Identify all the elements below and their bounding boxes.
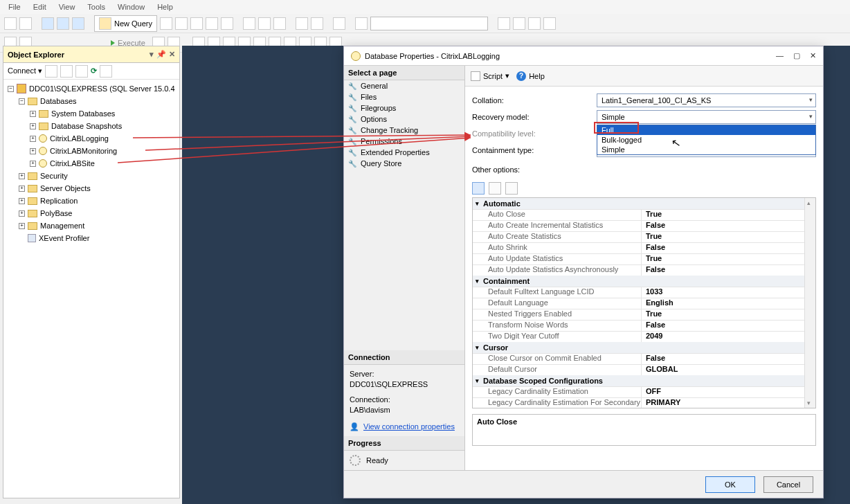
serverobjects-node[interactable]: Server Objects [40,184,91,192]
expand-icon[interactable]: + [19,198,25,204]
connect-dropdown[interactable]: Connect ▾ [8,66,42,75]
menu-help[interactable]: Help [152,1,179,12]
xevent-node[interactable]: XEvent Profiler [39,234,89,242]
undo-icon[interactable] [296,17,308,30]
dax-icon[interactable] [221,17,233,30]
server-node[interactable]: DDC01\SQLEXPRESS (SQL Server 15.0.4 [29,84,175,93]
page-options[interactable]: 🔧Options [344,114,464,125]
expand-icon[interactable]: + [19,223,25,229]
management-node[interactable]: Management [40,222,84,230]
ok-button[interactable]: OK [705,476,755,493]
menu-window[interactable]: Window [112,1,150,12]
view-connection-link[interactable]: View connection properties [363,422,455,432]
chevron-down-icon[interactable]: ▾ [476,377,479,384]
recovery-option-full[interactable]: Full [597,125,815,135]
prop-value[interactable]: False [641,321,804,331]
prop-pages-icon[interactable] [505,182,518,195]
prop-value[interactable]: GLOBAL [641,365,804,375]
activity2-icon[interactable] [100,65,112,78]
db-citrixlabmonitoring[interactable]: CitrixLABMonitoring [50,147,117,155]
recovery-select[interactable]: Simple [597,110,816,124]
minimize-button[interactable]: — [776,51,784,60]
disconnect-icon[interactable] [45,65,57,78]
prop-value[interactable]: False [641,243,804,253]
prop-value[interactable]: True [641,232,804,242]
new-query-button[interactable]: New Query [94,15,157,32]
page-general[interactable]: 🔧General [344,80,464,91]
collation-select[interactable]: Latin1_General_100_CI_AS_KS [597,93,816,107]
database-combo[interactable] [370,17,488,30]
menu-bar[interactable]: File Edit View Tools Window Help [0,0,850,14]
register-icon[interactable] [498,17,510,30]
help-button[interactable]: ?Help [516,71,545,81]
prop-value[interactable]: True [641,254,804,264]
expand-icon[interactable]: + [19,173,25,179]
expand-icon[interactable]: + [19,186,25,192]
saveall-icon[interactable] [72,17,84,30]
alphabetical-icon[interactable] [489,182,501,195]
wrench-icon[interactable] [513,17,525,30]
maximize-button[interactable]: ▢ [793,51,800,60]
activity-icon[interactable] [333,17,345,30]
snapshots-node[interactable]: Database Snapshots [51,122,122,130]
dropdown-icon[interactable]: ▾ [150,50,154,59]
expand-icon[interactable]: + [19,210,25,217]
recovery-option-simple[interactable]: Simple [597,145,815,154]
recovery-option-bulklogged[interactable]: Bulk-logged [597,135,815,145]
win-icon[interactable] [543,17,556,30]
dmx-icon[interactable] [190,17,203,30]
cancel-button[interactable]: Cancel [763,476,813,493]
pin-icon[interactable]: 📌 [156,50,166,59]
script-button[interactable]: Script ▾ [471,71,509,81]
security-node[interactable]: Security [40,172,68,180]
stop-connect-icon[interactable] [60,65,73,78]
open-icon[interactable] [42,17,54,30]
menu-edit[interactable]: Edit [28,1,52,12]
polybase-node[interactable]: PolyBase [40,209,72,217]
nav-fwd-icon[interactable] [19,17,32,30]
databases-node[interactable]: Databases [40,97,77,105]
recovery-dropdown[interactable]: Full Bulk-logged Simple [597,125,816,155]
page-query-store[interactable]: 🔧Query Store [344,158,464,169]
menu-view[interactable]: View [53,1,81,12]
refresh-icon[interactable]: ⟳ [91,66,97,75]
redo-icon[interactable] [311,17,323,30]
menu-file[interactable]: File [3,1,26,12]
prop-value[interactable]: 1033 [641,287,804,298]
expand-icon[interactable]: + [30,148,36,154]
close-icon[interactable]: ✕ [169,50,175,59]
prop-value[interactable]: OFF [641,387,804,397]
xml-icon[interactable] [160,17,172,30]
collapse-icon[interactable]: − [8,86,14,92]
categorized-icon[interactable] [472,182,485,195]
db-citrixlablogging[interactable]: CitrixLABLogging [50,134,109,143]
chevron-down-icon[interactable]: ▾ [476,200,479,207]
xmla-icon[interactable] [206,17,218,30]
nav-back-icon[interactable] [4,17,17,30]
prop-value[interactable]: English [641,298,804,309]
dialog-title-bar[interactable]: Database Properties - CitrixLABLogging —… [344,46,823,66]
save-icon[interactable] [57,17,69,30]
prop-value[interactable]: PRIMARY [641,398,804,408]
mdx-icon[interactable] [175,17,188,30]
page-change-tracking[interactable]: 🔧Change Tracking [344,125,464,136]
prop-value[interactable]: 2049 [641,332,804,342]
page-files[interactable]: 🔧Files [344,91,464,102]
prop-value[interactable]: False [641,354,804,364]
expand-icon[interactable]: + [30,136,36,142]
scrollbar[interactable] [804,198,815,408]
page-filegroups[interactable]: 🔧Filegroups [344,102,464,114]
prop-value[interactable]: True [641,309,804,320]
expand-icon[interactable]: + [30,123,36,129]
replication-node[interactable]: Replication [40,197,78,205]
cut-icon[interactable] [243,17,255,30]
close-button[interactable]: ✕ [810,51,816,60]
collapse-icon[interactable]: − [19,98,25,105]
chevron-down-icon[interactable]: ▾ [476,278,479,285]
property-grid[interactable]: ▾Automatic Auto CloseTrue Auto Create In… [472,197,816,408]
expand-icon[interactable]: + [30,161,36,167]
page-permissions[interactable]: 🔧Permissions [344,136,464,147]
prop-value[interactable]: False [641,221,804,231]
expand-icon[interactable]: + [30,111,36,117]
paste-icon[interactable] [273,17,286,30]
